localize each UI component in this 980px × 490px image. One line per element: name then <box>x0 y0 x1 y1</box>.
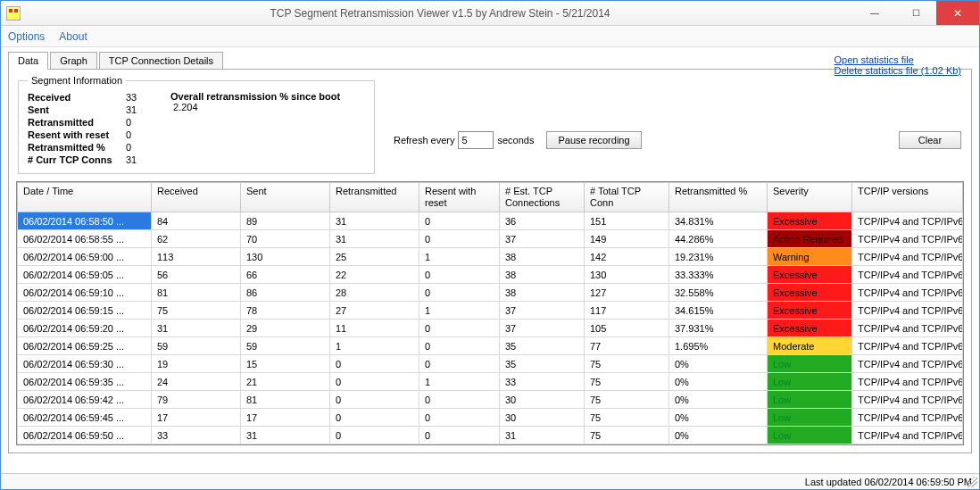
table-cell: 66 <box>241 266 330 284</box>
table-row[interactable]: 06/02/2014 06:59:10 ...81862803812732.55… <box>18 284 963 302</box>
table-cell: 06/02/2014 06:59:30 ... <box>18 355 152 373</box>
table-row[interactable]: 06/02/2014 06:59:15 ...75782713711734.61… <box>18 302 963 320</box>
table-cell: TCP/IPv4 and TCP/IPv6 <box>852 337 963 355</box>
table-row[interactable]: 06/02/2014 06:59:42 ...79810030750%LowTC… <box>18 391 963 409</box>
table-cell: TCP/IPv4 and TCP/IPv6 <box>852 355 963 373</box>
table-row[interactable]: 06/02/2014 06:59:50 ...33310031750%LowTC… <box>18 427 963 444</box>
table-cell: 75 <box>585 355 669 373</box>
table-cell: 0 <box>419 284 500 302</box>
segment-info: Segment Information Received33 Sent31 Re… <box>18 75 375 174</box>
table-cell: 151 <box>585 212 669 230</box>
table-cell: 34.831% <box>669 212 768 230</box>
table-cell: 19 <box>152 355 241 373</box>
table-cell: TCP/IPv4 and TCP/IPv6 <box>852 391 963 409</box>
table-cell: 0 <box>419 230 500 248</box>
table-cell: 31 <box>152 320 241 337</box>
table-cell: Low <box>768 373 852 391</box>
tab-data[interactable]: Data <box>8 52 48 70</box>
column-header[interactable]: Retransmitted <box>330 183 419 212</box>
table-row[interactable]: 06/02/2014 06:59:30 ...19150035750%LowTC… <box>18 355 963 373</box>
app-icon <box>6 6 21 21</box>
table-cell: 30 <box>500 391 585 409</box>
menu-about[interactable]: About <box>59 30 87 43</box>
column-header[interactable]: TCP/IP versions <box>852 183 963 212</box>
table-row[interactable]: 06/02/2014 06:59:45 ...17170030750%LowTC… <box>18 409 963 427</box>
refresh-label: Refresh every <box>394 135 454 145</box>
table-row[interactable]: 06/02/2014 06:58:50 ...84893103615134.83… <box>18 212 963 230</box>
table-cell: 37 <box>500 320 585 337</box>
table-cell: 35 <box>500 337 585 355</box>
table-cell: 117 <box>585 302 669 320</box>
table-cell: 35 <box>500 355 585 373</box>
table-cell: 113 <box>152 248 241 266</box>
segment-info-legend: Segment Information <box>28 75 126 86</box>
table-cell: TCP/IPv4 and TCP/IPv6 <box>852 284 963 302</box>
column-header[interactable]: # Est. TCP Connections <box>500 183 585 212</box>
table-cell: 0 <box>419 409 500 427</box>
table-cell: 1 <box>419 248 500 266</box>
column-header[interactable]: Sent <box>241 183 330 212</box>
maximize-button[interactable]: ☐ <box>895 1 936 25</box>
seg-conns-label: # Curr TCP Conns <box>28 154 126 166</box>
tab-details[interactable]: TCP Connection Details <box>99 52 223 70</box>
table-cell: 78 <box>241 302 330 320</box>
close-button[interactable]: ✕ <box>936 1 979 25</box>
table-cell: 31 <box>330 212 419 230</box>
table-cell: 36 <box>500 212 585 230</box>
table-cell: Excessive <box>768 284 852 302</box>
seg-conns-value: 31 <box>126 154 162 166</box>
table-cell: 0 <box>330 427 419 444</box>
table-cell: Excessive <box>768 266 852 284</box>
table-cell: 75 <box>585 409 669 427</box>
table-cell: 27 <box>330 302 419 320</box>
table-cell: 17 <box>241 409 330 427</box>
refresh-input[interactable] <box>458 131 494 149</box>
resize-grip[interactable] <box>967 477 977 487</box>
table-cell: 1.695% <box>669 337 768 355</box>
table-row[interactable]: 06/02/2014 06:59:05 ...56662203813033.33… <box>18 266 963 284</box>
table-cell: 37 <box>500 302 585 320</box>
table-cell: 70 <box>241 230 330 248</box>
table-cell: 06/02/2014 06:59:42 ... <box>18 391 152 409</box>
table-cell: 56 <box>152 266 241 284</box>
table-row[interactable]: 06/02/2014 06:58:55 ...62703103714944.28… <box>18 230 963 248</box>
table-cell: 0 <box>419 391 500 409</box>
minimize-button[interactable]: — <box>854 1 895 25</box>
table-cell: TCP/IPv4 and TCP/IPv6 <box>852 427 963 444</box>
column-header[interactable]: Severity <box>768 183 852 212</box>
table-row[interactable]: 06/02/2014 06:59:25 ...59591035771.695%M… <box>18 337 963 355</box>
menu-options[interactable]: Options <box>8 30 45 43</box>
table-cell: 1 <box>419 302 500 320</box>
table-cell: 59 <box>241 337 330 355</box>
column-header[interactable]: Retransmitted % <box>669 183 768 212</box>
clear-button[interactable]: Clear <box>899 131 961 149</box>
table-cell: 31 <box>330 230 419 248</box>
table-cell: 06/02/2014 06:59:00 ... <box>18 248 152 266</box>
column-header[interactable]: Date / Time <box>18 183 152 212</box>
column-header[interactable]: # Total TCP Conn <box>585 183 669 212</box>
table-cell: 75 <box>585 391 669 409</box>
table-cell: 84 <box>152 212 241 230</box>
table-row[interactable]: 06/02/2014 06:59:00 ...1131302513814219.… <box>18 248 963 266</box>
table-cell: Low <box>768 409 852 427</box>
table-cell: 79 <box>152 391 241 409</box>
table-cell: 31 <box>500 427 585 444</box>
table-cell: Excessive <box>768 320 852 337</box>
menubar: Options About <box>1 26 979 47</box>
table-cell: 0% <box>669 355 768 373</box>
table-cell: Excessive <box>768 302 852 320</box>
table-cell: 75 <box>152 302 241 320</box>
tab-graph[interactable]: Graph <box>50 52 97 70</box>
table-cell: 81 <box>241 391 330 409</box>
table-row[interactable]: 06/02/2014 06:59:35 ...24210133750%LowTC… <box>18 373 963 391</box>
pause-button[interactable]: Pause recording <box>546 131 641 149</box>
table-row[interactable]: 06/02/2014 06:59:20 ...31291103710537.93… <box>18 320 963 337</box>
column-header[interactable]: Resent with reset <box>419 183 500 212</box>
table-cell: TCP/IPv4 and TCP/IPv6 <box>852 302 963 320</box>
table-cell: 15 <box>241 355 330 373</box>
seg-received-label: Received <box>28 91 126 104</box>
statusbar: Last updated 06/02/2014 06:59:50 PM <box>1 473 979 489</box>
column-header[interactable]: Received <box>152 183 241 212</box>
grid: Date / TimeReceivedSentRetransmittedRese… <box>16 181 964 445</box>
table-cell: 06/02/2014 06:58:50 ... <box>18 212 152 230</box>
